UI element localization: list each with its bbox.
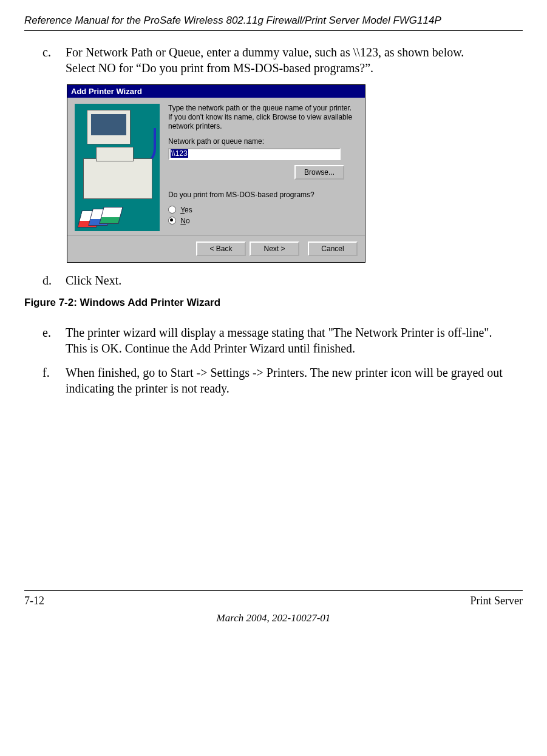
queue-name-value: \\123 xyxy=(171,149,188,158)
dos-question-label: Do you print from MS-DOS-based programs? xyxy=(168,191,358,200)
step-d-marker: d. xyxy=(42,272,66,288)
figure-caption: Figure 7-2: Windows Add Printer Wizard xyxy=(24,297,523,309)
step-c-text-2: Select NO for “Do you print from MS-DOS-… xyxy=(66,61,373,75)
queue-name-input[interactable]: \\123 xyxy=(168,148,341,160)
browse-button[interactable]: Browse... xyxy=(294,165,344,180)
header-rule xyxy=(24,30,523,31)
step-e-text-1: The printer wizard will display a messag… xyxy=(66,326,492,339)
step-e-marker: e. xyxy=(42,325,66,356)
running-header: Reference Manual for the ProSafe Wireles… xyxy=(24,15,523,27)
step-c-text-1: For Network Path or Queue, enter a dummy… xyxy=(66,46,464,59)
radio-yes-label: es xyxy=(185,206,192,214)
page-number: 7-12 xyxy=(24,595,44,607)
cancel-button[interactable]: Cancel xyxy=(308,241,358,256)
step-c-marker: c. xyxy=(42,44,66,76)
step-f-marker: f. xyxy=(42,365,66,396)
add-printer-wizard-window: Add Printer Wizard Type the network path… xyxy=(67,84,365,263)
step-f-text-2: indicating the printer is not ready. xyxy=(66,382,229,395)
step-d-text: Click Next. xyxy=(66,272,523,288)
radio-no-icon xyxy=(168,217,176,224)
footer-date-doc: March 2004, 202-10027-01 xyxy=(24,612,523,624)
footer-section: Print Server xyxy=(471,595,523,607)
wizard-titlebar: Add Printer Wizard xyxy=(67,85,365,98)
wizard-sidebar-graphic xyxy=(75,104,160,231)
radio-yes[interactable]: Yes xyxy=(168,206,358,214)
radio-no-label: o xyxy=(186,217,190,225)
wizard-instruction-text: Type the network path or the queue name … xyxy=(168,104,358,131)
radio-no[interactable]: No xyxy=(168,217,358,225)
next-button[interactable]: Next > xyxy=(250,241,299,256)
queue-name-label: Network path or queue name: xyxy=(168,137,358,146)
radio-yes-icon xyxy=(168,206,176,214)
back-button[interactable]: < Back xyxy=(196,241,246,256)
step-f-text-1: When finished, go to Start -> Settings -… xyxy=(66,366,503,379)
footer-rule xyxy=(24,590,523,591)
step-e-text-2: This is OK. Continue the Add Printer Wiz… xyxy=(66,342,355,355)
